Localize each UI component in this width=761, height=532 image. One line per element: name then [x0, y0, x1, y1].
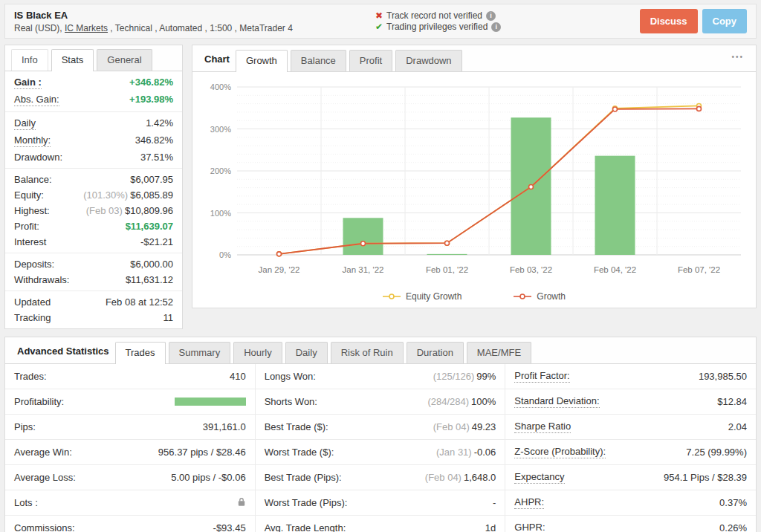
advanced-panel-label: Advanced Statistics: [11, 341, 115, 363]
stat-value-muted: (101.30%): [83, 189, 128, 201]
stat-label-average-loss: Average Loss:: [14, 472, 76, 483]
sidebar-tab-stats[interactable]: Stats: [51, 49, 94, 71]
growth-marker-icon: [514, 293, 531, 300]
sidebar-tab-general[interactable]: General: [97, 49, 152, 71]
stat-label-gain[interactable]: Gain :: [14, 77, 42, 89]
chart-tab-growth[interactable]: Growth: [236, 50, 288, 72]
table-cell-commissions: Commissions:-$93.45: [5, 516, 256, 532]
svg-text:Jan 31, '22: Jan 31, '22: [343, 265, 384, 274]
stat-group: Deposits:$6,000.00Withdrawals:$11,631.12: [5, 253, 182, 291]
stat-value: 1d: [485, 522, 496, 532]
profitability-bar: [175, 398, 246, 406]
advanced-tab-hourly[interactable]: Hourly: [233, 342, 282, 363]
svg-text:Feb 04, '22: Feb 04, '22: [594, 265, 636, 274]
stat-value: (284/284)100%: [427, 396, 496, 407]
stat-value-muted: (Jan 31): [436, 447, 472, 458]
stat-label-interest: Interest: [14, 236, 46, 247]
table-cell-worst-trade-pips: Worst Trade (Pips):-: [256, 490, 506, 516]
table-cell-avg-trade-length: Avg. Trade Length:1d: [256, 516, 506, 532]
advanced-tab-duration[interactable]: Duration: [407, 342, 464, 363]
stat-value: Feb 08 at 12:52: [106, 296, 173, 308]
stat-row: Drawdown:37.51%: [5, 149, 182, 165]
stat-label-worst-trade: Worst Trade ($):: [265, 447, 334, 458]
advanced-tab-summary[interactable]: Summary: [169, 342, 231, 363]
cross-icon: ✖: [375, 10, 383, 21]
legend-equity-growth[interactable]: Equity Growth: [383, 291, 462, 302]
info-icon[interactable]: i: [486, 11, 496, 21]
stat-label-profit-factor[interactable]: Profit Factor:: [514, 370, 569, 383]
stat-value: $12.84: [717, 396, 747, 407]
chart-tab-balance[interactable]: Balance: [291, 50, 346, 71]
advanced-tab-daily[interactable]: Daily: [285, 342, 328, 363]
verification-block: ✖ Track record not verified i ✔ Trading …: [375, 10, 640, 33]
info-icon[interactable]: i: [491, 22, 501, 32]
stat-group: Daily1.42%Monthly:346.82%Drawdown:37.51%: [5, 112, 182, 169]
advanced-tab-risk-of-ruin[interactable]: Risk of Ruin: [331, 342, 404, 363]
table-cell-pips: Pips:391,161.0: [5, 415, 256, 440]
stat-row: Daily1.42%: [5, 115, 182, 132]
stat-value: 956.37 pips / $28.46: [158, 447, 246, 458]
stat-label-commissions: Commissions:: [14, 522, 75, 532]
advanced-tabbar: Advanced Statistics TradesSummaryHourlyD…: [5, 337, 756, 364]
stat-value: 954.1 Pips / $28.39: [664, 472, 747, 483]
stat-row: Equity:(101.30%)$6,085.89: [5, 187, 182, 203]
stat-value: (Feb 03)$10,809.96: [86, 205, 173, 216]
copy-button[interactable]: Copy: [702, 9, 748, 33]
privileges-status: Trading privileges verified: [386, 22, 488, 32]
stat-label-withdrawals: Withdrawals:: [14, 274, 69, 285]
stat-label-sharpe-ratio[interactable]: Sharpe Ratio: [514, 421, 571, 433]
table-cell-expectancy: Expectancy954.1 Pips / $28.39: [505, 465, 756, 490]
stat-value: -: [493, 497, 496, 508]
account-subtitle: Real (USD), IC Markets , Technical , Aut…: [14, 23, 375, 33]
stat-value-muted: (Feb 04): [433, 421, 470, 432]
stat-value: 11: [163, 312, 174, 323]
stat-value: 410: [230, 371, 246, 382]
stat-label-profitability: Profitability:: [14, 396, 64, 407]
stat-label-expectancy[interactable]: Expectancy: [514, 471, 564, 484]
trades-stats-grid: Trades:410Longs Won:(125/126)99%Profit F…: [5, 364, 756, 532]
stat-label-ahpr[interactable]: AHPR:: [514, 496, 544, 509]
stat-label-z-score-probability[interactable]: Z-Score (Probability):: [514, 446, 606, 458]
table-cell-ghpr: GHPR:0.26%: [505, 516, 756, 532]
stat-label-abs-gain[interactable]: Abs. Gain:: [14, 94, 59, 106]
advanced-tab-mae-mfe[interactable]: MAE/MFE: [467, 342, 531, 363]
stat-value: 1.42%: [146, 117, 173, 129]
stat-label-updated: Updated: [14, 296, 51, 308]
stat-label-profit: Profit:: [14, 221, 39, 232]
account-info: IS Black EA Real (USD), IC Markets , Tec…: [14, 10, 375, 33]
legend-growth[interactable]: Growth: [514, 291, 566, 302]
chart-tab-profit[interactable]: Profit: [349, 50, 392, 71]
stat-value: 0.37%: [719, 497, 747, 508]
table-cell-sharpe-ratio: Sharpe Ratio2.04: [505, 415, 756, 440]
stat-label-longs-won: Longs Won:: [265, 371, 316, 382]
stat-value: 2.04: [728, 421, 747, 432]
stat-label-monthly[interactable]: Monthly:: [14, 134, 51, 147]
svg-text:0%: 0%: [219, 250, 231, 259]
stat-label-deposits: Deposits:: [14, 259, 54, 270]
stat-label-daily[interactable]: Daily: [14, 117, 36, 130]
chart-body: 0%100%200%300%400%Jan 29, '22Jan 31, '22…: [192, 72, 756, 308]
stat-row: Profit:$11,639.07: [5, 218, 182, 234]
stat-row: Tracking11: [5, 310, 182, 325]
track-record-row: ✖ Track record not verified i: [375, 10, 640, 21]
stat-label-standard-deviation[interactable]: Standard Deviation:: [514, 395, 599, 408]
stat-value: 7.25 (99.99%): [686, 447, 747, 458]
stat-value: $6,007.95: [130, 174, 173, 185]
sidebar-stats-list: Gain :+346.82%Abs. Gain:+193.98%Daily1.4…: [5, 71, 182, 328]
discuss-button[interactable]: Discuss: [640, 9, 698, 33]
account-title: IS Black EA: [14, 10, 375, 21]
stat-value-muted: (125/126): [433, 371, 475, 382]
sidebar-tab-info[interactable]: Info: [11, 49, 48, 71]
chart-tab-drawdown[interactable]: Drawdown: [395, 50, 462, 71]
stat-label-drawdown: Drawdown:: [14, 152, 62, 163]
advanced-tab-trades[interactable]: Trades: [115, 342, 166, 364]
broker-link[interactable]: IC Markets: [65, 23, 108, 33]
chart-legend: Equity GrowthGrowth: [200, 291, 748, 302]
stats-sidebar: InfoStatsGeneral Gain :+346.82%Abs. Gain…: [4, 45, 183, 329]
stat-label-ghpr[interactable]: GHPR:: [514, 522, 545, 532]
chart-options-menu-icon[interactable]: •••: [725, 49, 750, 68]
stat-label-best-trade: Best Trade ($):: [265, 421, 328, 432]
chart-panel: Chart GrowthBalanceProfitDrawdown ••• 0%…: [192, 45, 757, 308]
stat-value: (125/126)99%: [433, 371, 496, 382]
subtitle-prefix: Real (USD),: [14, 23, 65, 33]
